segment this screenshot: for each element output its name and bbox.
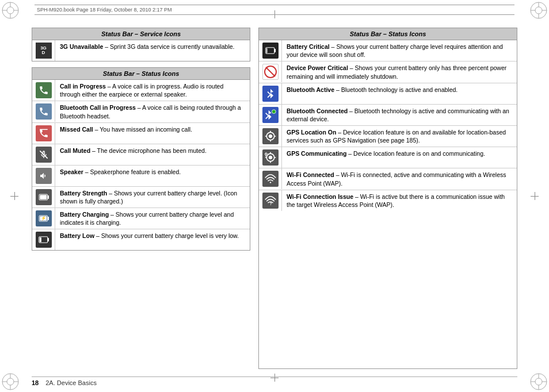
- battery-strength-title: Battery Strength: [60, 190, 107, 197]
- svg-point-19: [535, 378, 542, 385]
- table-row: GPS Communicating – Device location feat…: [259, 147, 517, 168]
- svg-point-44: [269, 182, 270, 183]
- icon-cell-gps-comm: [259, 147, 282, 168]
- icon-cell-missed: [32, 123, 55, 144]
- svg-point-43: [272, 110, 276, 114]
- svg-rect-37: [39, 237, 41, 242]
- gps-on-icon: [262, 128, 279, 144]
- corner-tl: [0, 0, 21, 21]
- bt-call-title: Bluetooth Call in Progress: [60, 104, 136, 111]
- power-critical-title: Device Power Critical: [287, 64, 348, 71]
- book-info: SPH-M920.book Page 18 Friday, October 8,…: [37, 7, 171, 13]
- icon-cell-muted: [32, 144, 55, 165]
- bt-call-text: Bluetooth Call in Progress – A voice cal…: [55, 101, 250, 122]
- icon-cell-gps-on: [259, 126, 282, 147]
- icon-cell-power-critical: [259, 62, 282, 82]
- table-row: GPS Location On – Device location featur…: [259, 126, 517, 147]
- table-row: Wi-Fi Connected – Wi-Fi is connected, ac…: [259, 168, 517, 190]
- bt-connected-text: Bluetooth Connected – Bluetooth technolo…: [282, 105, 517, 125]
- table-row: Call in Progress – A voice call is in pr…: [32, 80, 250, 101]
- bt-connected-title: Bluetooth Connected: [287, 107, 348, 114]
- table-row: Device Power Critical – Shows your curre…: [259, 62, 517, 83]
- corner-bl: [0, 371, 21, 392]
- corner-br: [528, 371, 549, 392]
- icon-cell-battery-charge: ⚡: [32, 208, 55, 229]
- edge-mark-left: [10, 192, 18, 200]
- power-critical-icon: [262, 64, 279, 80]
- power-critical-text: Device Power Critical – Shows your curre…: [282, 62, 517, 82]
- icon-cell-bt-connected: [259, 105, 282, 125]
- wifi-title: Wi-Fi Connected: [287, 171, 334, 178]
- svg-text:?: ?: [269, 202, 272, 205]
- 3g-unavailable-icon: 3G D: [36, 43, 52, 59]
- status-icons-table-left: Status Bar – Status Icons Call in Progre…: [32, 67, 250, 251]
- chapter-name: 2A. Device Basics: [45, 379, 97, 386]
- battery-low-title: Battery Low: [60, 232, 94, 239]
- call-muted-icon: [36, 147, 52, 163]
- svg-rect-31: [47, 217, 48, 220]
- page: SPH-M920.book Page 18 Friday, October 8,…: [0, 0, 549, 392]
- call-muted-desc: – The device microphone has been muted.: [90, 147, 207, 154]
- icon-cell-3g: 3G D: [32, 40, 55, 61]
- icon-cell-bt-call: [32, 101, 55, 122]
- table-row: Missed Call – You have missed an incomin…: [32, 123, 250, 144]
- gps-comm-text: GPS Communicating – Device location feat…: [282, 147, 517, 160]
- table-row: Battery Low – Shows your current battery…: [32, 229, 250, 250]
- svg-rect-39: [274, 49, 275, 52]
- table-row: Bluetooth Connected – Bluetooth technolo…: [259, 105, 517, 126]
- svg-line-42: [266, 67, 275, 76]
- table-row: ? Wi-Fi Connection Issue – Wi-Fi is acti…: [259, 190, 517, 211]
- bluetooth-active-icon: [262, 86, 279, 102]
- battery-strength-text: Battery Strength – Shows your current ba…: [55, 187, 250, 207]
- bt-call-icon: [36, 103, 52, 120]
- svg-rect-36: [47, 238, 48, 241]
- svg-point-13: [7, 378, 14, 385]
- svg-point-7: [535, 7, 542, 14]
- speaker-desc: – Speakerphone feature is enabled.: [83, 168, 181, 175]
- table-row: 3G D 3G Unavailable – Sprint 3G data ser…: [32, 40, 250, 61]
- battery-critical-text: Battery Critical – Shows your current ba…: [282, 40, 517, 61]
- wifi-connected-icon: [262, 171, 279, 187]
- status-icons-header-left: Status Bar – Status Icons: [32, 68, 250, 80]
- bt-active-desc: – Bluetooth technology is active and ena…: [334, 86, 458, 93]
- icon-cell-bt-active: [259, 83, 282, 104]
- wifi-issue-icon: ?: [262, 193, 279, 209]
- icon-cell-batt-critical: [259, 40, 282, 61]
- 3g-unavailable-text: 3G Unavailable – Sprint 3G data service …: [55, 40, 250, 53]
- call-muted-text: Call Muted – The device microphone has b…: [55, 144, 250, 157]
- icon-cell-wifi: [259, 168, 282, 189]
- battery-critical-title: Battery Critical: [287, 43, 330, 50]
- right-panel: Status Bar – Status Icons Bat: [258, 28, 517, 369]
- gps-comm-desc: – Device location feature is on and comm…: [346, 150, 485, 157]
- bt-active-text: Bluetooth Active – Bluetooth technology …: [282, 83, 517, 96]
- table-row: Call Muted – The device microphone has b…: [32, 144, 250, 166]
- gps-on-text: GPS Location On – Device location featur…: [282, 126, 517, 147]
- status-icons-header-right: Status Bar – Status Icons: [259, 28, 517, 40]
- corner-tr: [528, 0, 549, 21]
- main-content: Status Bar – Service Icons 3G D 3G Unava…: [32, 28, 517, 369]
- left-panel: Status Bar – Service Icons 3G D 3G Unava…: [32, 28, 250, 369]
- service-icons-table: Status Bar – Service Icons 3G D 3G Unava…: [32, 28, 250, 62]
- battery-low-text: Battery Low – Shows your current battery…: [55, 229, 250, 242]
- svg-rect-27: [47, 195, 48, 199]
- wifi-issue-text: Wi-Fi Connection Issue – Wi-Fi is active…: [282, 190, 517, 211]
- icon-cell-battery-low: [32, 229, 55, 250]
- service-icons-header: Status Bar – Service Icons: [32, 28, 250, 40]
- status-icons-table-right: Status Bar – Status Icons Bat: [258, 28, 517, 369]
- missed-call-text: Missed Call – You have missed an incomin…: [55, 123, 250, 136]
- call-in-progress-icon: [36, 82, 52, 98]
- call-muted-title: Call Muted: [60, 147, 90, 154]
- wifi-text: Wi-Fi Connected – Wi-Fi is connected, ac…: [282, 168, 517, 189]
- icon-cell-speaker: [32, 166, 55, 186]
- svg-text:⚡: ⚡: [40, 216, 46, 221]
- page-number: 18: [32, 379, 39, 386]
- svg-rect-40: [266, 48, 267, 53]
- gps-on-title: GPS Location On: [287, 129, 336, 136]
- svg-point-1: [7, 7, 14, 14]
- gps-comm-title: GPS Communicating: [287, 150, 346, 157]
- battery-low-desc: – Shows your current battery charge leve…: [94, 232, 239, 239]
- speaker-title: Speaker: [60, 168, 83, 175]
- battery-low-icon: [36, 232, 52, 248]
- speaker-text: Speaker – Speakerphone feature is enable…: [55, 166, 250, 178]
- svg-rect-29: [40, 195, 47, 199]
